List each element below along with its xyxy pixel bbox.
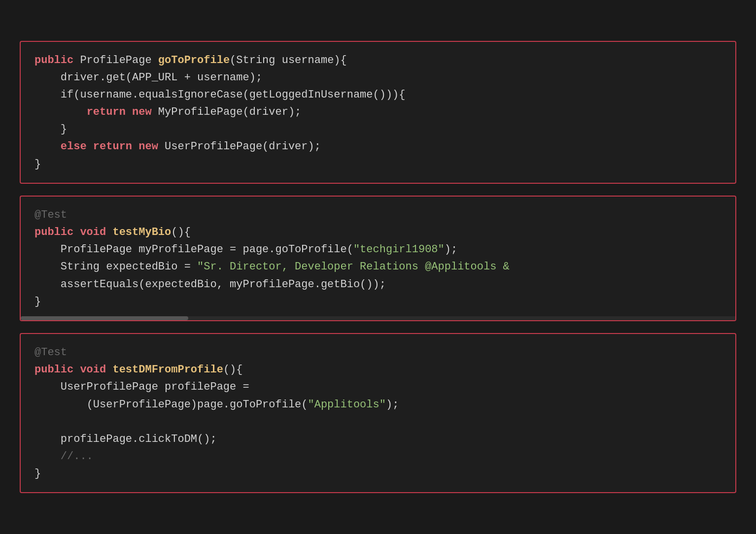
code-block-3: @Test public void testDMFromProfile(){ U… [20, 333, 736, 494]
keyword-public-3: public [34, 364, 73, 376]
keyword-public-1: public [34, 54, 73, 67]
method-testMyBio: testMyBio [112, 226, 171, 238]
scrollbar-container[interactable] [21, 316, 735, 320]
keyword-void-1: void [80, 226, 106, 238]
annotation-test-2: @Test [34, 346, 67, 359]
method-testDMFromProfile: testDMFromProfile [112, 364, 223, 376]
code-pre-3: @Test public void testDMFromProfile(){ U… [34, 344, 722, 483]
keyword-new-2: new [138, 140, 165, 153]
string-techgirl: "techgirl1908" [353, 243, 445, 256]
annotation-test-1: @Test [34, 209, 67, 221]
keyword-return-1: return [87, 106, 132, 118]
string-applitools: "Applitools" [308, 399, 386, 411]
keyword-public-2: public [34, 226, 73, 238]
code-pre-2: @Test public void testMyBio(){ ProfilePa… [34, 206, 722, 310]
code-block-2: @Test public void testMyBio(){ ProfilePa… [20, 196, 736, 321]
method-gotoProfile: goToProfile [158, 54, 230, 67]
keyword-return-2: return [93, 140, 138, 153]
keyword-else: else [61, 140, 93, 153]
comment-ellipsis: //... [61, 450, 93, 463]
string-bio: "Sr. Director, Developer Relations @Appl… [197, 261, 510, 273]
keyword-new-1: new [132, 106, 158, 118]
code-pre-1: public ProfilePage goToProfile(String us… [34, 52, 722, 173]
code-block-1: public ProfilePage goToProfile(String us… [20, 41, 736, 184]
scrollbar-thumb[interactable] [21, 316, 188, 320]
keyword-void-2: void [80, 364, 106, 376]
